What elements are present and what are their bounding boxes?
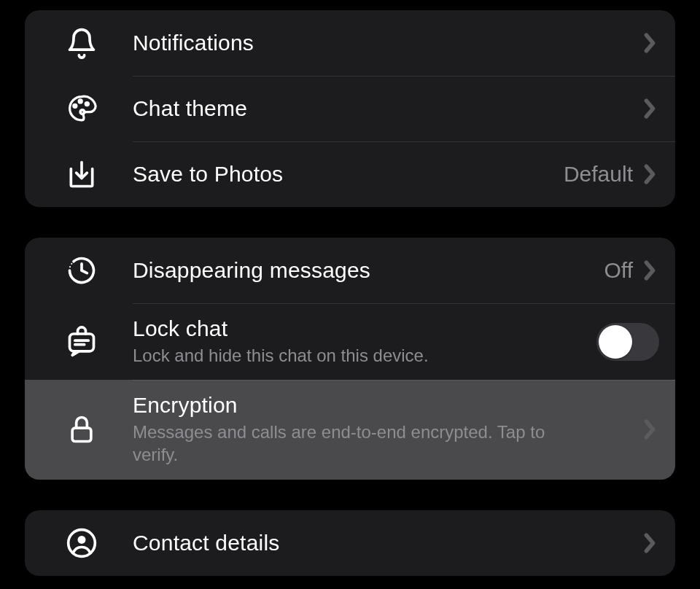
chevron-right-icon [640, 99, 659, 118]
row-notifications[interactable]: Notifications [25, 10, 675, 76]
row-title: Notifications [133, 31, 640, 55]
svg-point-2 [86, 103, 89, 106]
settings-group: Contact details [25, 510, 675, 576]
row-disappearing-messages[interactable]: Disappearing messages Off [25, 238, 675, 303]
svg-point-4 [71, 263, 72, 265]
chevron-right-icon [640, 420, 659, 439]
row-encryption[interactable]: Encryption Messages and calls are end-to… [25, 380, 675, 479]
timer-icon [38, 254, 133, 286]
palette-icon [38, 93, 133, 125]
row-save-to-photos[interactable]: Save to Photos Default [25, 141, 675, 207]
chevron-right-icon [640, 165, 659, 184]
svg-rect-10 [72, 429, 91, 442]
svg-point-0 [74, 105, 77, 108]
svg-point-3 [80, 110, 85, 114]
row-subtitle: Lock and hide this chat on this device. [133, 344, 585, 367]
person-circle-icon [38, 527, 133, 559]
row-title: Encryption [133, 393, 640, 418]
svg-point-1 [79, 100, 82, 103]
svg-point-5 [69, 266, 71, 268]
svg-rect-7 [70, 334, 94, 351]
row-lock-chat[interactable]: Lock chat Lock and hide this chat on thi… [25, 303, 675, 380]
row-title: Lock chat [133, 316, 596, 341]
settings-page: Notifications Chat theme [0, 0, 700, 576]
settings-group: Disappearing messages Off Lock chat Lock… [25, 238, 675, 480]
row-title: Save to Photos [133, 162, 564, 187]
chevron-right-icon [640, 534, 659, 553]
row-value: Default [564, 162, 633, 187]
chevron-right-icon [640, 34, 659, 52]
row-contact-details[interactable]: Contact details [25, 510, 675, 576]
chevron-right-icon [640, 261, 659, 280]
lock-chat-icon [38, 326, 133, 358]
row-title: Disappearing messages [133, 258, 604, 283]
lock-chat-toggle[interactable] [596, 323, 659, 361]
bell-icon [38, 27, 133, 59]
row-chat-theme[interactable]: Chat theme [25, 76, 675, 141]
row-subtitle: Messages and calls are end-to-end encryp… [133, 421, 585, 466]
svg-point-6 [69, 270, 70, 271]
row-title: Contact details [133, 531, 640, 555]
settings-group: Notifications Chat theme [25, 10, 675, 207]
row-value: Off [604, 258, 633, 283]
svg-point-12 [78, 535, 86, 543]
row-title: Chat theme [133, 96, 640, 121]
lock-icon [38, 413, 133, 445]
download-icon [38, 158, 133, 190]
